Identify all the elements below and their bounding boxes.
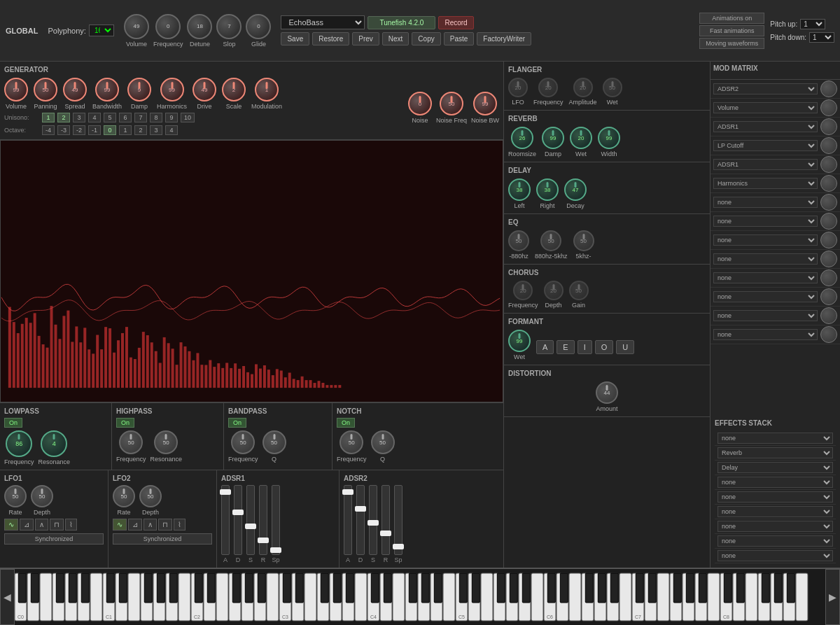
formant-e-button[interactable]: E: [556, 340, 574, 354]
octave-n4[interactable]: -4: [42, 125, 55, 135]
mod-knob-3[interactable]: [820, 137, 837, 154]
paste-button[interactable]: Paste: [444, 32, 475, 45]
svg-rect-148[interactable]: [106, 573, 114, 603]
frequency-knob[interactable]: 0: [155, 14, 181, 39]
factory-writer-button[interactable]: FactoryWriter: [477, 32, 531, 45]
gen-volume-knob[interactable]: 99: [4, 78, 28, 101]
adsr1-r-track[interactable]: [259, 485, 267, 555]
unisono-1[interactable]: 1: [42, 113, 55, 122]
adsr2-s-track[interactable]: [369, 485, 377, 555]
mod-source-1[interactable]: Volume: [713, 102, 818, 113]
formant-wet-knob[interactable]: 99: [508, 330, 531, 352]
lfo2-random-button[interactable]: ⌇: [174, 519, 186, 531]
adsr2-sp-track[interactable]: [394, 485, 402, 555]
adsr2-a-track[interactable]: [344, 485, 352, 555]
adsr1-sp-thumb[interactable]: [270, 547, 281, 553]
unisono-2[interactable]: 2: [57, 113, 70, 122]
reverb-roomsize-knob[interactable]: 26: [511, 127, 533, 149]
mod-source-2[interactable]: ADSR1: [713, 121, 818, 132]
lfo2-tri-button[interactable]: ∧: [144, 519, 157, 531]
eq-high-knob[interactable]: 50: [573, 230, 594, 251]
unisono-5[interactable]: 5: [104, 113, 116, 122]
keyboard-scroll-left[interactable]: ◀: [0, 569, 15, 625]
lfo1-sine-button[interactable]: ∿: [4, 519, 18, 531]
mod-knob-12[interactable]: [820, 307, 837, 324]
svg-rect-166[interactable]: [421, 573, 429, 603]
svg-rect-121[interactable]: [531, 573, 543, 621]
gen-modulation-knob[interactable]: 1: [255, 78, 279, 101]
svg-rect-165[interactable]: [409, 573, 416, 603]
svg-rect-152[interactable]: [169, 573, 177, 603]
copy-button[interactable]: Copy: [412, 32, 440, 45]
unisono-3[interactable]: 3: [73, 113, 85, 122]
svg-rect-178[interactable]: [636, 573, 643, 603]
gen-drive-knob[interactable]: 49: [192, 78, 216, 101]
lfo2-depth-knob[interactable]: 50: [139, 485, 162, 507]
effect-select-3[interactable]: none: [718, 477, 833, 488]
lfo2-sine-button[interactable]: ∿: [113, 519, 127, 531]
lfo1-square-button[interactable]: ⊓: [50, 519, 64, 531]
lowpass-on-button[interactable]: On: [4, 418, 22, 428]
svg-rect-174[interactable]: [560, 573, 568, 603]
effect-select-5[interactable]: none: [718, 506, 833, 517]
mod-source-9[interactable]: none: [713, 253, 818, 265]
svg-rect-177[interactable]: [610, 573, 618, 603]
notch-freq-knob[interactable]: 50: [340, 430, 363, 454]
octave-n1[interactable]: -1: [88, 125, 101, 135]
svg-rect-172[interactable]: [522, 573, 530, 603]
mod-knob-10[interactable]: [820, 269, 837, 286]
formant-a-button[interactable]: A: [536, 340, 554, 354]
gen-spread-knob[interactable]: 49: [63, 78, 87, 101]
flanger-amp-knob[interactable]: 20: [573, 78, 593, 97]
lfo1-saw-button[interactable]: ⊿: [20, 519, 34, 531]
notch-q-knob[interactable]: 50: [371, 430, 395, 454]
svg-rect-176[interactable]: [598, 573, 606, 603]
effect-select-0[interactable]: none: [718, 433, 833, 444]
next-button[interactable]: Next: [382, 32, 410, 45]
mod-source-10[interactable]: none: [713, 272, 818, 283]
detune-knob[interactable]: 18: [187, 14, 212, 39]
eq-low-knob[interactable]: 50: [508, 230, 529, 251]
preset-select[interactable]: EchoBass: [281, 15, 365, 29]
save-button[interactable]: Save: [281, 32, 309, 45]
mod-knob-1[interactable]: [820, 99, 837, 116]
effect-select-1[interactable]: Reverb: [718, 447, 833, 458]
svg-rect-93[interactable]: [178, 573, 190, 621]
delay-left-knob[interactable]: 38: [508, 178, 531, 201]
svg-rect-145[interactable]: [56, 573, 64, 603]
notch-on-button[interactable]: On: [337, 418, 355, 428]
mod-source-12[interactable]: none: [713, 310, 818, 321]
reverb-damp-knob[interactable]: 99: [542, 127, 564, 149]
lfo1-tri-button[interactable]: ∧: [35, 519, 48, 531]
svg-rect-124[interactable]: [569, 573, 581, 621]
svg-rect-150[interactable]: [144, 573, 152, 603]
effect-select-8[interactable]: none: [718, 550, 833, 561]
svg-rect-103[interactable]: [304, 573, 316, 621]
bandpass-on-button[interactable]: On: [228, 418, 246, 428]
lfo2-rate-knob[interactable]: 50: [113, 485, 135, 507]
mod-source-6[interactable]: none: [713, 197, 818, 208]
pitch-down-select[interactable]: 1: [809, 32, 834, 43]
svg-rect-144[interactable]: [31, 573, 38, 603]
adsr2-s-thumb[interactable]: [368, 520, 379, 526]
octave-4[interactable]: 4: [165, 125, 178, 135]
reverb-wet-knob[interactable]: 20: [570, 127, 592, 149]
svg-rect-164[interactable]: [384, 573, 391, 603]
chorus-freq-knob[interactable]: 20: [513, 281, 533, 300]
mod-knob-13[interactable]: [820, 326, 837, 343]
adsr1-s-thumb[interactable]: [245, 524, 256, 529]
polyphony-select[interactable]: 16: [89, 24, 114, 36]
effect-select-6[interactable]: none: [718, 521, 833, 532]
noise-knob[interactable]: 0: [408, 92, 432, 115]
adsr1-a-thumb[interactable]: [220, 489, 231, 495]
highpass-on-button[interactable]: On: [116, 418, 134, 428]
svg-rect-187[interactable]: [787, 573, 794, 603]
svg-rect-89[interactable]: [128, 573, 140, 621]
mod-knob-7[interactable]: [820, 213, 837, 230]
highpass-freq-knob[interactable]: 50: [119, 430, 143, 454]
svg-rect-156[interactable]: [245, 573, 253, 603]
delay-right-knob[interactable]: 38: [536, 178, 559, 201]
svg-rect-86[interactable]: [90, 573, 102, 621]
unisono-8[interactable]: 8: [150, 113, 162, 122]
mod-source-8[interactable]: none: [713, 234, 818, 246]
